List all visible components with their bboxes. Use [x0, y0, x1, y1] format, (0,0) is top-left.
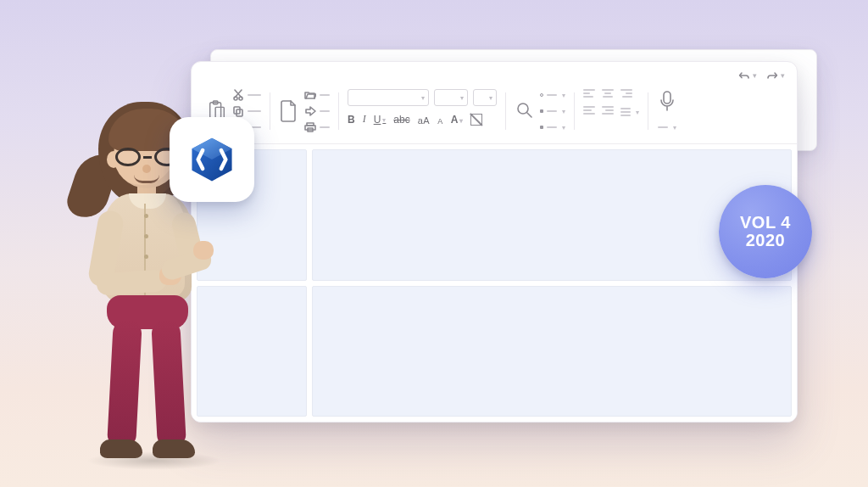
align-right-button[interactable] [620, 89, 632, 98]
cut-button[interactable] [232, 89, 261, 101]
search-icon [515, 98, 535, 124]
app-icon-card [170, 117, 254, 202]
print-button[interactable] [304, 121, 330, 133]
increase-font-button[interactable]: aA [418, 115, 430, 126]
ribbon-group-file [272, 87, 337, 135]
file-icon [279, 98, 299, 124]
numbered-list-button[interactable]: ▾ [540, 105, 565, 117]
multilevel-list-button[interactable]: ▾ [540, 121, 565, 133]
ribbon-group-voice: ▾ [650, 87, 684, 135]
winui-logo-icon [187, 135, 236, 184]
redo-button[interactable]: ▾ [765, 70, 785, 81]
chevron-down-icon: ▾ [460, 94, 464, 102]
grid-cell[interactable] [197, 286, 307, 417]
chevron-down-icon: ▾ [562, 108, 565, 115]
share-icon [304, 106, 316, 116]
italic-button[interactable]: I [363, 113, 366, 126]
share-button[interactable] [304, 105, 330, 117]
chevron-down-icon: ▾ [673, 124, 676, 132]
font-family-combo[interactable]: ▾ [348, 89, 429, 106]
decrease-font-button[interactable]: A [437, 117, 443, 126]
voice-more-button[interactable]: ▾ [658, 121, 676, 133]
chevron-down-icon: ▾ [459, 117, 463, 125]
chevron-down-icon: ▾ [489, 94, 492, 102]
app-window: ▾ ▾ [191, 61, 798, 423]
svg-rect-12 [664, 92, 670, 104]
badge-line2: 2020 [746, 231, 786, 250]
underline-button[interactable]: U▾ [374, 114, 387, 126]
cut-icon [232, 89, 244, 101]
indent-increase-button[interactable] [602, 106, 614, 118]
dictate-button[interactable] [657, 89, 677, 115]
ribbon: ▾ ▾ ▾ B I U▾ abc aA A A▾ ▾ [192, 86, 797, 144]
align-center-button[interactable] [602, 89, 614, 98]
ribbon-group-font: ▾ ▾ ▾ B I U▾ abc aA A A▾ [341, 87, 504, 135]
microphone-icon [659, 90, 676, 114]
indent-decrease-button[interactable] [583, 106, 595, 118]
strikethrough-button[interactable]: abc [393, 114, 409, 126]
volume-badge: VOL 4 2020 [719, 185, 812, 278]
new-file-button[interactable] [279, 98, 299, 124]
chevron-down-icon: ▾ [781, 71, 785, 80]
chevron-down-icon: ▾ [421, 94, 425, 102]
quick-access-toolbar: ▾ ▾ [192, 62, 797, 86]
bullet-list-button[interactable]: ▾ [540, 89, 565, 101]
grid-cell[interactable] [312, 149, 792, 281]
chevron-down-icon: ▾ [636, 109, 639, 116]
chevron-down-icon: ▾ [562, 124, 565, 132]
badge-line1: VOL 4 [740, 213, 791, 232]
find-button[interactable] [515, 98, 535, 124]
font-color-button[interactable]: A▾ [451, 114, 464, 126]
clear-formatting-button[interactable] [470, 114, 482, 126]
chevron-down-icon: ▾ [753, 71, 757, 80]
copy-icon [232, 105, 244, 117]
align-left-button[interactable] [583, 89, 595, 98]
ribbon-group-paragraph: ▾ [576, 87, 646, 135]
grid-cell[interactable] [312, 286, 792, 417]
open-button[interactable] [304, 89, 330, 101]
print-icon [304, 122, 316, 132]
bold-button[interactable]: B [348, 114, 355, 126]
chevron-down-icon: ▾ [562, 92, 565, 99]
ribbon-group-editing: ▾ ▾ ▾ [508, 87, 572, 135]
font-size-combo[interactable]: ▾ [434, 89, 468, 106]
chevron-down-icon: ▾ [382, 116, 386, 124]
undo-icon [737, 70, 751, 81]
copy-button[interactable] [232, 105, 261, 117]
redo-icon [765, 70, 779, 81]
content-grid [192, 144, 797, 422]
svg-point-11 [518, 104, 528, 114]
undo-button[interactable]: ▾ [737, 70, 757, 81]
font-style-combo[interactable]: ▾ [473, 89, 497, 106]
line-spacing-button[interactable]: ▾ [620, 106, 639, 118]
folder-open-icon [304, 90, 316, 100]
